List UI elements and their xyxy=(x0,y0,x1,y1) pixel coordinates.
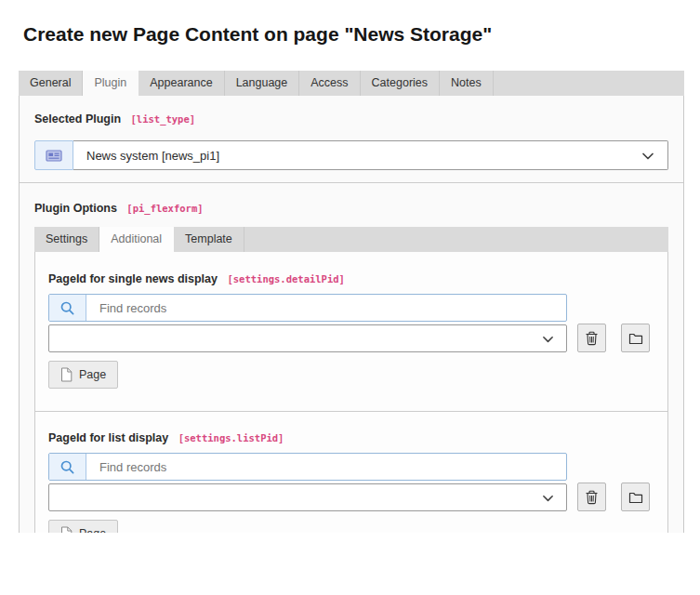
plugin-select-group: News system [news_pi1] xyxy=(34,140,668,170)
plugin-select[interactable]: News system [news_pi1] xyxy=(73,140,668,170)
tab-language[interactable]: Language xyxy=(225,71,300,96)
selected-plugin-section: Selected Plugin [list_type] xyxy=(34,111,668,170)
field-label-row: Plugin Options [pi_flexform] xyxy=(34,200,668,216)
search-addon xyxy=(49,295,86,321)
record-search-group xyxy=(48,294,567,322)
record-form: GeneralPluginAppearanceLanguageAccessCat… xyxy=(19,71,684,533)
field-label-row: PageId for list display [settings.listPi… xyxy=(48,430,654,445)
field-label-row: Selected Plugin [list_type] xyxy=(34,111,668,126)
record-search-group xyxy=(48,453,567,481)
plugin-options-section: Plugin Options [pi_flexform] SettingsAdd… xyxy=(34,200,668,533)
tab-general[interactable]: General xyxy=(19,71,83,96)
field-label: PageId for single news display xyxy=(48,272,218,285)
flexform-fields: PageId for single news display [settings… xyxy=(48,271,654,533)
flexform-tabbar: SettingsAdditionalTemplate xyxy=(34,227,668,252)
selected-records-select[interactable] xyxy=(48,324,567,352)
field-key: [settings.detailPid] xyxy=(227,273,344,284)
field-key: [settings.listPid] xyxy=(178,432,284,443)
chevron-down-icon xyxy=(542,336,554,344)
record-search-input[interactable] xyxy=(86,295,566,321)
main-tabbar: GeneralPluginAppearanceLanguageAccessCat… xyxy=(19,71,684,96)
tab-notes[interactable]: Notes xyxy=(440,71,494,96)
page-button-label: Page xyxy=(79,368,106,381)
field-label: PageId for list display xyxy=(48,431,168,444)
subtab-additional[interactable]: Additional xyxy=(99,227,174,252)
browse-records-button[interactable] xyxy=(621,324,650,352)
flexform-panel-additional: PageId for single news display [settings… xyxy=(34,252,668,533)
page-button[interactable]: Page xyxy=(48,361,118,389)
field-divider xyxy=(35,411,667,412)
browse-records-button[interactable] xyxy=(621,483,650,511)
tab-panel-plugin: Selected Plugin [list_type] xyxy=(19,96,684,533)
field-label-row: PageId for single news display [settings… xyxy=(48,271,654,286)
chevron-down-icon xyxy=(542,495,554,503)
selected-plugin-label: Selected Plugin xyxy=(34,112,121,126)
chevron-down-icon xyxy=(641,152,654,161)
flexform-field-group: PageId for list display [settings.listPi… xyxy=(48,430,654,533)
page-title: Create new Page Content on page "News St… xyxy=(23,24,700,45)
remove-selected-button[interactable] xyxy=(577,483,606,511)
flexform-field-group: PageId for single news display [settings… xyxy=(48,271,654,389)
plugin-icon-addon xyxy=(34,140,73,170)
tab-access[interactable]: Access xyxy=(299,71,360,96)
selected-records-select[interactable] xyxy=(48,483,567,511)
tab-plugin[interactable]: Plugin xyxy=(83,71,139,96)
trash-icon xyxy=(585,490,599,505)
plugin-select-value: News system [news_pi1] xyxy=(86,149,219,163)
remove-selected-button[interactable] xyxy=(577,324,606,352)
page-button-label: Page xyxy=(79,527,106,533)
plugin-options-label: Plugin Options xyxy=(34,202,117,215)
newspaper-icon xyxy=(46,149,62,163)
page-button[interactable]: Page xyxy=(48,520,118,533)
viewport: Create new Page Content on page "News St… xyxy=(0,0,700,533)
tab-categories[interactable]: Categories xyxy=(361,71,440,96)
trash-icon xyxy=(585,331,599,346)
folder-icon xyxy=(628,491,643,504)
page-icon xyxy=(60,367,73,382)
search-icon xyxy=(59,300,75,316)
selected-plugin-key: [list_type] xyxy=(131,113,196,125)
search-addon xyxy=(49,454,86,480)
flexform-tabs-wrap: SettingsAdditionalTemplate PageId for si… xyxy=(34,227,668,533)
selected-records-row xyxy=(48,324,654,352)
selected-records-row xyxy=(48,483,654,511)
tab-appearance[interactable]: Appearance xyxy=(139,71,224,96)
record-search-input[interactable] xyxy=(86,454,566,480)
section-divider xyxy=(20,182,683,183)
search-icon xyxy=(59,459,75,475)
page-icon xyxy=(60,526,73,533)
subtab-template[interactable]: Template xyxy=(174,227,244,252)
plugin-options-key: [pi_flexform] xyxy=(126,203,203,214)
subtab-settings[interactable]: Settings xyxy=(34,227,99,252)
folder-icon xyxy=(628,332,643,345)
